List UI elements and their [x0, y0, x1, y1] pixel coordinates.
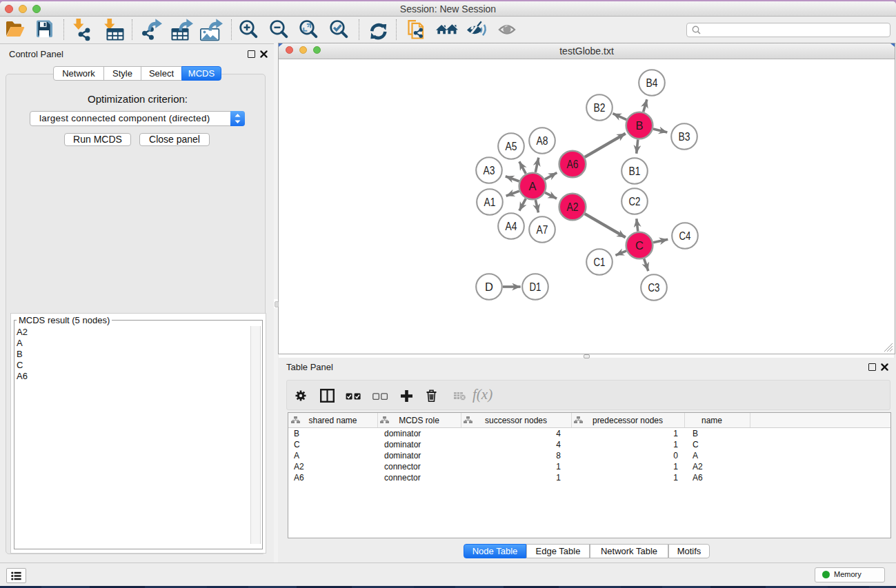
- svg-text:A7: A7: [537, 223, 548, 236]
- svg-text:B3: B3: [679, 130, 690, 143]
- svg-text:A3: A3: [484, 164, 495, 176]
- svg-text:D: D: [485, 281, 493, 293]
- svg-text:A1: A1: [484, 196, 496, 208]
- svg-text:C4: C4: [679, 230, 691, 242]
- svg-text:A8: A8: [537, 134, 548, 147]
- svg-text:C1: C1: [594, 256, 606, 268]
- svg-text:A6: A6: [567, 158, 579, 170]
- svg-text:A: A: [528, 180, 536, 192]
- svg-text:B2: B2: [594, 101, 606, 114]
- svg-text:A2: A2: [567, 201, 579, 213]
- svg-text:A4: A4: [506, 220, 517, 232]
- svg-text:C2: C2: [629, 195, 641, 207]
- svg-text:D1: D1: [530, 281, 541, 293]
- svg-text:B: B: [635, 119, 643, 132]
- svg-text:C: C: [635, 239, 644, 252]
- svg-text:B1: B1: [629, 165, 641, 177]
- svg-text:A5: A5: [506, 140, 517, 152]
- svg-text:C3: C3: [648, 281, 660, 294]
- svg-text:B4: B4: [646, 77, 658, 89]
